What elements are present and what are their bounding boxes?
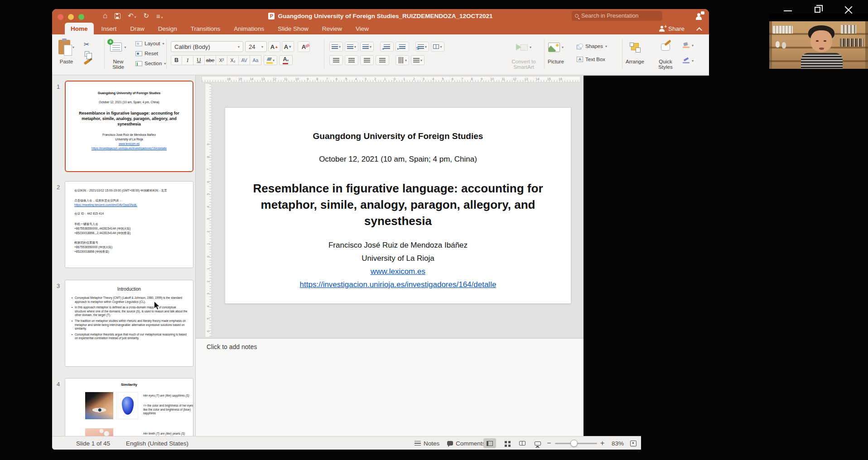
decrease-indent-button[interactable]	[380, 42, 394, 52]
picture-button[interactable]: ▾ Picture	[548, 37, 564, 64]
shape-outline-button[interactable]: ▾	[683, 56, 694, 65]
presenter-coaching-icon[interactable]	[695, 11, 704, 20]
font-style-button[interactable]: B	[171, 55, 182, 65]
reading-view-button[interactable]	[516, 438, 529, 448]
copy-icon[interactable]	[85, 51, 89, 57]
line-spacing-button[interactable]: ▾	[415, 42, 429, 52]
paste-button[interactable]: ▾ Paste	[58, 37, 74, 64]
slide-thumbnail-2[interactable]: 会议时间：2021/10/12 15:00-19:00 (GMT+08:00) …	[65, 181, 193, 268]
format-painter-icon[interactable]	[84, 59, 91, 65]
undo-button[interactable]: ↶▾	[128, 12, 136, 20]
shapes-button[interactable]: Shapes▾	[577, 42, 607, 51]
ribbon-tab[interactable]: Transitions	[185, 23, 227, 34]
home-icon[interactable]: ⌂	[103, 9, 107, 23]
powerpoint-doc-icon: P	[268, 13, 275, 19]
slide-thumbnail-4[interactable]: Similarity Her eyes (T) are (like) sapph…	[65, 378, 193, 436]
highlight-color-button[interactable]: ▾	[264, 55, 277, 65]
minimize-icon[interactable]	[784, 10, 792, 11]
reset-button[interactable]: Reset	[135, 49, 166, 58]
slide-thumbnail-panel[interactable]: 1 2 3 4 Guangdong University of Foreign …	[52, 75, 196, 436]
slideshow-button[interactable]	[531, 438, 544, 448]
notes-placeholder[interactable]: Click to add notes	[207, 343, 257, 350]
main-slide-canvas[interactable]: Guangdong University of Foreign Studies …	[225, 108, 571, 303]
mac-close-button[interactable]	[58, 14, 63, 20]
bullets-button[interactable]: ▾	[329, 42, 343, 52]
mac-minimize-button[interactable]	[68, 14, 74, 20]
align-right-button[interactable]	[360, 55, 374, 65]
ribbon-tab[interactable]: Slide Show	[272, 23, 314, 34]
slide-author[interactable]: Francisco José Ruiz de Mendoza Ibáñez	[225, 241, 571, 250]
ribbon-tab[interactable]: Home	[65, 23, 94, 34]
ribbon-tab[interactable]: View	[350, 23, 375, 34]
section-button[interactable]: Section▾	[135, 59, 166, 68]
slide-link-unirioja[interactable]: https://investigacion.unirioja.es/invest…	[225, 280, 571, 289]
font-style-button[interactable]: U	[193, 55, 205, 65]
qat-menu-button[interactable]: ≡▾	[156, 12, 163, 20]
redo-button[interactable]: ↻	[143, 12, 149, 20]
convert-to-smartart-button[interactable]: ▾ Convert to SmartArt	[506, 37, 541, 70]
zoom-level[interactable]: 83%	[612, 436, 624, 450]
slide-thumbnail-3[interactable]: Introduction Conceptual Metaphor Theory …	[65, 280, 193, 367]
introduction-bullet: Conceptual Metaphor Theory (CMT) (Lakoff…	[72, 296, 188, 304]
ribbon-tab[interactable]: Animations	[228, 23, 270, 34]
text-direction-button[interactable]: ▾	[395, 55, 409, 65]
slide-affiliation[interactable]: University of La Rioja	[225, 254, 571, 263]
align-center-button[interactable]	[345, 55, 358, 65]
notes-toggle-button[interactable]: Notes	[415, 436, 439, 450]
zoom-slider[interactable]	[555, 436, 597, 450]
font-color-button[interactable]: A▾	[279, 55, 293, 65]
collapse-ribbon-chevron-icon[interactable]	[697, 26, 702, 31]
align-text-button[interactable]: ▾	[411, 55, 424, 65]
fit-slide-to-window-button[interactable]	[630, 436, 637, 450]
close-icon[interactable]	[844, 5, 853, 14]
slide-date-line[interactable]: October 12, 2021 (10 am, Spain; 4 pm, Ch…	[225, 155, 571, 164]
shape-fill-button[interactable]: ▾	[683, 41, 694, 50]
increase-indent-button[interactable]	[395, 42, 409, 52]
zoom-slider-knob[interactable]	[570, 440, 578, 447]
save-icon[interactable]	[115, 13, 121, 19]
font-size-select[interactable]: 24▾	[245, 41, 267, 52]
text-box-button[interactable]: AText Box	[577, 55, 607, 64]
font-style-button[interactable]: I	[182, 55, 193, 65]
layout-button[interactable]: Layout▾	[135, 39, 166, 48]
decrease-font-size-button[interactable]: A▼	[282, 41, 294, 52]
language-indicator[interactable]: English (United States)	[126, 436, 188, 450]
ribbon-tab-row: HomeInsertDrawDesignTransitionsAnimation…	[52, 23, 709, 34]
notes-pane[interactable]: Click to add notes	[196, 338, 583, 436]
font-style-button[interactable]: AV	[239, 55, 250, 65]
ribbon-tab[interactable]: Draw	[124, 23, 150, 34]
columns-button[interactable]: ▾	[431, 42, 444, 52]
normal-view-button[interactable]	[483, 438, 496, 448]
ribbon-tab[interactable]: Review	[316, 23, 348, 34]
slide-title[interactable]: Resemblance in figurative language: acco…	[244, 180, 552, 229]
font-name-select[interactable]: Calibri (Body)▾	[171, 41, 243, 52]
align-left-button[interactable]	[329, 55, 343, 65]
slide-link-lexicom[interactable]: www.lexicom.es	[225, 267, 571, 276]
justify-button[interactable]	[376, 55, 389, 65]
arrange-button[interactable]: Arrange	[626, 37, 644, 64]
ribbon-tab[interactable]: Insert	[96, 23, 123, 34]
search-input[interactable]: Search in Presentation	[572, 11, 662, 21]
traffic-lights	[58, 14, 84, 20]
ribbon-tab[interactable]: Design	[152, 23, 183, 34]
new-slide-button[interactable]: ▾ New Slide	[108, 37, 128, 70]
comments-toggle-button[interactable]: Comments	[447, 436, 485, 450]
numbering-button[interactable]: ▾	[345, 42, 358, 52]
zoom-in-button[interactable]: +	[600, 436, 604, 450]
font-style-button[interactable]: abe	[205, 55, 216, 65]
multilevel-list-button[interactable]: ▾	[360, 42, 374, 52]
increase-font-size-button[interactable]: A▲	[268, 41, 280, 52]
slide-thumbnail-1[interactable]: Guangdong University of Foreign Studies …	[65, 81, 193, 172]
restore-icon[interactable]	[815, 7, 820, 13]
zoom-out-button[interactable]: −	[547, 436, 551, 450]
font-style-button[interactable]: Aa	[250, 55, 261, 65]
quick-styles-button[interactable]: Quick Styles	[653, 37, 678, 70]
slide-org-line[interactable]: Guangdong University of Foreign Studies	[225, 131, 571, 141]
slide-sorter-view-button[interactable]	[501, 438, 513, 448]
font-style-button[interactable]: X₂	[227, 55, 239, 65]
mac-zoom-button[interactable]	[78, 14, 84, 20]
cut-icon[interactable]: ✂	[84, 41, 90, 48]
clear-formatting-button[interactable]: A	[298, 41, 310, 52]
font-style-button[interactable]: X²	[216, 55, 227, 65]
share-button[interactable]: Share	[659, 23, 685, 34]
